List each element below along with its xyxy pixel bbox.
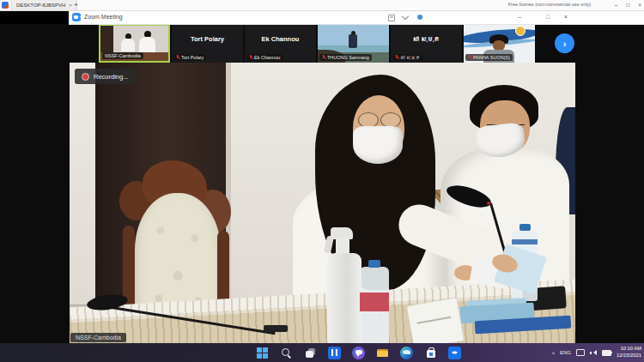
muted-mic-icon: [395, 55, 398, 60]
recording-label: Recording...: [94, 73, 128, 81]
info-icon[interactable]: [417, 15, 422, 20]
participant-label: NSSF-Cambodia: [102, 52, 143, 59]
participant-thumbnail-panha-suon[interactable]: PANHA SUON(S): [464, 24, 535, 63]
start-icon[interactable]: [256, 347, 269, 359]
muted-mic-icon: [468, 55, 471, 60]
file-explorer-icon[interactable]: [376, 347, 389, 359]
participant-name-center: សា សុមុត: [391, 35, 462, 43]
participant-thumbnail-ek-channou[interactable]: Ek Channou Ek Channou: [245, 24, 316, 63]
muted-mic-icon: [176, 55, 179, 60]
record-dot-icon: [82, 73, 89, 81]
remote-app-icon: [2, 2, 9, 9]
language-indicator[interactable]: ENG: [560, 350, 571, 355]
close-button[interactable]: ×: [564, 14, 568, 20]
license-notice: Free license (non-commercial use only): [508, 2, 591, 7]
participant-label: Tort Polary: [173, 54, 206, 61]
participant-name-center: Ek Channou: [245, 35, 316, 43]
speaker-name-label: NSSF-Cambodia: [70, 333, 126, 342]
teamviewer-icon[interactable]: [448, 347, 461, 359]
next-participants-button[interactable]: ›: [555, 33, 574, 53]
maximize-button[interactable]: □: [546, 14, 550, 20]
minimize-button[interactable]: –: [615, 1, 618, 9]
volume-icon[interactable]: [590, 349, 597, 356]
participant-label: PANHA SUON(S): [465, 54, 513, 61]
close-button[interactable]: ×: [638, 1, 641, 9]
face-mask: [353, 126, 403, 164]
minimize-button[interactable]: –: [518, 14, 521, 20]
tab-close-icon[interactable]: ×: [69, 3, 72, 8]
participant-thumbnail-tort-polary[interactable]: Tort Polary Tort Polary: [172, 24, 243, 63]
search-icon[interactable]: [280, 347, 293, 359]
layout-icon[interactable]: [388, 15, 395, 21]
zoom-camera-icon: [72, 13, 81, 21]
participant-thumbnail-sa-somut[interactable]: សា សុមុត សា សុមុត: [391, 24, 462, 63]
spray-bottle: [327, 253, 361, 343]
task-view-icon[interactable]: [304, 347, 317, 359]
zoom-window-title: Zoom Meeting: [84, 14, 123, 20]
name-plate: [406, 297, 465, 343]
participant-label: Ek Channou: [246, 54, 283, 61]
edge-icon[interactable]: [400, 347, 413, 359]
recording-badge: Recording...: [75, 69, 135, 84]
participant-thumbnail-nssf-cambodia[interactable]: NSSF-Cambodia: [99, 24, 170, 63]
touch-keyboard-icon[interactable]: [576, 349, 585, 356]
main-speaker-video: Recording... NSSF-Cambodia: [70, 63, 575, 343]
remote-session-tab-title: DESKTOP-8JBSPVH: [16, 3, 65, 8]
new-tab-button[interactable]: +: [74, 1, 78, 9]
word-icon[interactable]: [328, 347, 341, 359]
chevron-down-icon[interactable]: [402, 13, 409, 20]
tray-time: 10:10 AM: [617, 346, 641, 353]
zoom-titlebar: Zoom Meeting – □ ×: [69, 10, 644, 25]
remote-window-controls: – □ ×: [615, 1, 641, 9]
battery-icon[interactable]: [602, 350, 611, 356]
hidden-icons-chevron[interactable]: ^: [552, 351, 555, 357]
meeting-content: NSSF-Cambodia Tort Polary Tort Polary Ek…: [0, 24, 644, 343]
windows-taskbar: ^ ENG 10:10 AM 12/15/2021: [0, 343, 644, 362]
tray-date: 12/15/2021: [617, 353, 641, 359]
maximize-button[interactable]: □: [626, 1, 629, 9]
teams-chat-icon[interactable]: [352, 347, 365, 359]
remote-session-titlebar: DESKTOP-8JBSPVH × + Free license (non-co…: [0, 0, 644, 11]
participant-label: សា សុមុត: [392, 54, 423, 61]
taskbar-icons: [256, 347, 461, 359]
muted-mic-icon: [249, 55, 252, 60]
participant-thumbnail-thuong-samnang[interactable]: THUONG Samnang: [318, 24, 389, 63]
system-tray: ^ ENG 10:10 AM 12/15/2021: [552, 343, 641, 362]
clock[interactable]: 10:10 AM 12/15/2021: [617, 346, 641, 359]
muted-mic-icon: [322, 55, 325, 60]
remote-session-tab[interactable]: DESKTOP-8JBSPVH ×: [11, 0, 77, 11]
microsoft-store-icon[interactable]: [424, 347, 437, 359]
participant-label: THUONG Samnang: [319, 54, 372, 61]
participant-name-center: Tort Polary: [172, 35, 243, 43]
